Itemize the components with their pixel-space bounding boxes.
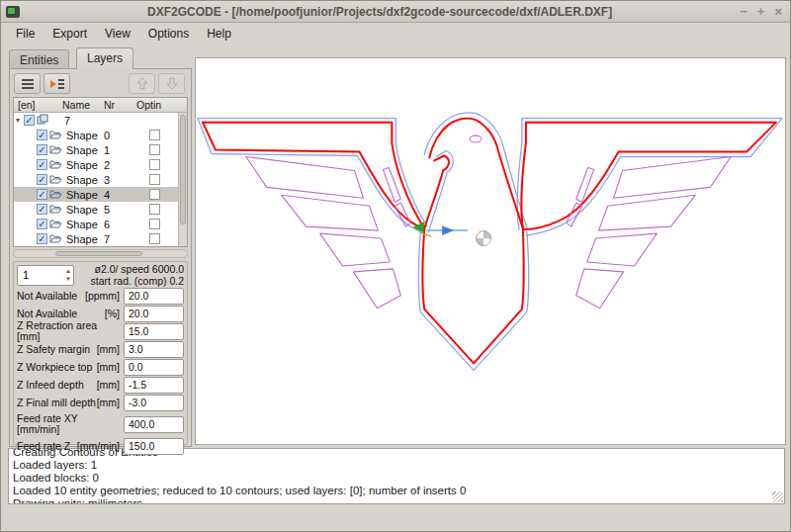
parameter-input[interactable] bbox=[124, 395, 184, 411]
drawing-canvas[interactable] bbox=[195, 57, 786, 445]
shape-visibility-checkbox[interactable]: ✓ bbox=[37, 144, 47, 155]
shape-row[interactable]: ✓Shape3 bbox=[14, 172, 178, 187]
menu-item-export[interactable]: Export bbox=[44, 25, 96, 43]
feather-contours bbox=[246, 135, 731, 309]
tool-info-label: ø2.0/ speed 6000.0 start rad. (comp) 0.2 bbox=[74, 264, 184, 287]
parameter-row: Not Available[ppmm] bbox=[17, 287, 184, 305]
shape-name: Shape bbox=[66, 189, 98, 201]
column-header-name: Name bbox=[62, 99, 90, 111]
eye-contour bbox=[470, 135, 482, 142]
parameter-label: Z Infeed depth[mm] bbox=[17, 380, 120, 391]
shape-row[interactable]: ✓Shape4 bbox=[14, 187, 178, 202]
parameter-input[interactable] bbox=[124, 288, 184, 305]
parameter-input[interactable] bbox=[124, 323, 184, 340]
minimize-button[interactable]: − bbox=[740, 2, 747, 22]
shape-row[interactable]: ✓Shape0 bbox=[14, 128, 178, 142]
tree-vertical-scrollbar[interactable] bbox=[178, 113, 187, 246]
maximize-button[interactable]: + bbox=[757, 2, 765, 22]
parameter-row: Z Workpiece top[mm] bbox=[17, 358, 184, 376]
tool-number-value: 1 bbox=[23, 269, 29, 281]
shape-name: Shape bbox=[66, 144, 98, 156]
parameter-input[interactable] bbox=[124, 377, 184, 394]
shape-row[interactable]: ✓Shape2 bbox=[14, 157, 178, 172]
title-bar[interactable]: DXF2GCODE - [/home/poofjunior/Projects/d… bbox=[1, 1, 790, 23]
tab-layers[interactable]: Layers bbox=[76, 47, 133, 69]
menu-item-view[interactable]: View bbox=[96, 25, 139, 43]
window-title: DXF2GCODE - [/home/poofjunior/Projects/d… bbox=[20, 5, 740, 19]
menu-item-file[interactable]: File bbox=[7, 25, 44, 43]
shape-icon bbox=[49, 144, 62, 156]
optimize-checkbox[interactable] bbox=[149, 130, 160, 140]
optimize-checkbox[interactable] bbox=[149, 159, 160, 170]
message-log[interactable]: Creating Contours of EntitiesLoaded laye… bbox=[8, 448, 785, 504]
layer-icon bbox=[37, 114, 48, 127]
shape-row[interactable]: ✓Shape7 bbox=[14, 231, 178, 246]
resize-grip[interactable] bbox=[772, 491, 783, 502]
menu-bar: FileExportViewOptionsHelp bbox=[1, 23, 790, 44]
log-line: Loaded layers: 1 bbox=[13, 459, 784, 472]
menu-item-options[interactable]: Options bbox=[139, 25, 198, 43]
expand-all-button[interactable] bbox=[44, 73, 70, 94]
log-line: Drawing units: millimeters bbox=[13, 497, 784, 504]
app-icon bbox=[6, 6, 20, 18]
tree-horizontal-scrollbar[interactable] bbox=[13, 249, 188, 258]
parameter-input[interactable] bbox=[124, 306, 184, 322]
menu-item-help[interactable]: Help bbox=[198, 25, 240, 43]
tool-number-spinner[interactable]: 1 ▲▼ bbox=[17, 265, 74, 286]
parameter-row: Z Retraction area[mm] bbox=[17, 322, 184, 340]
move-down-button[interactable] bbox=[158, 73, 185, 94]
shape-visibility-checkbox[interactable]: ✓ bbox=[37, 233, 47, 244]
close-button[interactable]: × bbox=[774, 2, 782, 22]
shape-visibility-checkbox[interactable]: ✓ bbox=[37, 219, 47, 229]
adler-dxf-drawing bbox=[196, 58, 785, 444]
shape-icon bbox=[49, 233, 62, 245]
parameter-label: Z Retraction area[mm] bbox=[17, 320, 120, 342]
parameter-input[interactable] bbox=[124, 438, 184, 455]
parameter-label: Z Final mill depth[mm] bbox=[17, 398, 120, 408]
parameter-row: Z Infeed depth[mm] bbox=[17, 376, 184, 394]
arrow-up-icon bbox=[136, 77, 148, 90]
spinner-arrows-icon[interactable]: ▲▼ bbox=[65, 267, 71, 283]
direction-arrow-icon bbox=[442, 225, 454, 235]
shape-visibility-checkbox[interactable]: ✓ bbox=[37, 159, 47, 170]
optimize-checkbox[interactable] bbox=[149, 204, 160, 215]
layer-row[interactable]: ▾✓7 bbox=[14, 113, 178, 128]
layer-tree[interactable]: [en] Name Nr Optin ▾✓7✓Shape0✓Shape1✓Sha… bbox=[13, 97, 188, 247]
shape-row[interactable]: ✓Shape1 bbox=[14, 142, 178, 157]
shape-visibility-checkbox[interactable]: ✓ bbox=[37, 174, 47, 185]
shape-icon bbox=[49, 189, 62, 201]
parameter-input[interactable] bbox=[124, 341, 184, 358]
optimize-checkbox[interactable] bbox=[149, 233, 160, 244]
shape-visibility-checkbox[interactable]: ✓ bbox=[37, 204, 47, 215]
shape-name: Shape bbox=[66, 219, 98, 230]
arrow-down-icon bbox=[166, 77, 178, 90]
shape-nr: 1 bbox=[104, 144, 110, 156]
shape-visibility-checkbox[interactable]: ✓ bbox=[37, 189, 47, 200]
shape-visibility-checkbox[interactable]: ✓ bbox=[37, 130, 47, 140]
shape-parameters: 1 ▲▼ ø2.0/ speed 6000.0 start rad. (comp… bbox=[13, 261, 188, 445]
shape-nr: 4 bbox=[104, 189, 110, 201]
column-header-en: [en] bbox=[18, 99, 36, 111]
optimize-checkbox[interactable] bbox=[149, 144, 160, 155]
optimize-checkbox[interactable] bbox=[149, 189, 160, 200]
parameter-input[interactable] bbox=[124, 359, 184, 376]
tab-entities[interactable]: Entities bbox=[9, 49, 69, 68]
move-up-button[interactable] bbox=[129, 73, 155, 94]
layers-panel: [en] Name Nr Optin ▾✓7✓Shape0✓Shape1✓Sha… bbox=[9, 68, 192, 447]
shape-name: Shape bbox=[66, 233, 98, 245]
optimize-checkbox[interactable] bbox=[149, 219, 160, 229]
origin-marker bbox=[477, 231, 491, 246]
expander-icon[interactable]: ▾ bbox=[16, 116, 24, 125]
collapse-all-button[interactable] bbox=[14, 73, 41, 94]
parameter-row: Feed rate XY[mm/min] bbox=[17, 411, 184, 437]
shape-icon bbox=[49, 130, 62, 141]
shape-name: Shape bbox=[66, 174, 98, 186]
optimize-checkbox[interactable] bbox=[149, 174, 160, 185]
layer-visibility-checkbox[interactable]: ✓ bbox=[24, 115, 35, 126]
parameter-label: Z Safety margin[mm] bbox=[17, 344, 120, 355]
shape-nr: 2 bbox=[104, 159, 110, 171]
shape-row[interactable]: ✓Shape6 bbox=[14, 217, 178, 231]
collapse-all-icon bbox=[21, 78, 35, 90]
parameter-input[interactable] bbox=[124, 416, 184, 433]
shape-row[interactable]: ✓Shape5 bbox=[14, 202, 178, 217]
